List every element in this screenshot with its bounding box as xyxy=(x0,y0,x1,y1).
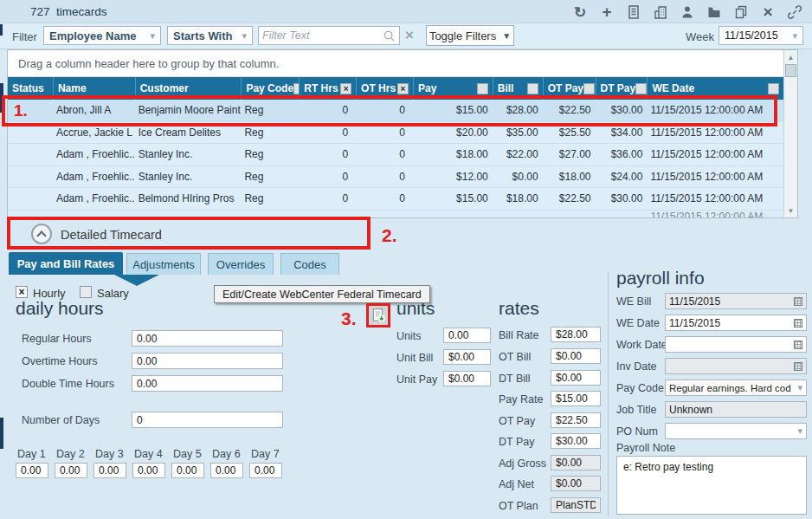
we-bill-field[interactable]: 11/15/2015 xyxy=(665,293,807,309)
number-of-days-input[interactable] xyxy=(132,412,283,428)
refresh-icon[interactable]: ↻ xyxy=(571,3,589,21)
payroll-note-label: Payroll Note xyxy=(616,442,675,454)
work-date-field[interactable] xyxy=(665,336,807,353)
cell-dt-pay: $34.00 xyxy=(596,127,648,139)
filter-field-value: Employee Name xyxy=(49,29,136,42)
group-by-bar[interactable]: Drag a column header here to group by th… xyxy=(8,50,783,77)
we-date-label: WE Date xyxy=(616,317,660,329)
filter-icon[interactable] xyxy=(583,83,595,94)
timecard-row[interactable]: Adam , Froehlic... Belmond HIring Pros R… xyxy=(8,188,783,211)
ot-plan-label: OT Plan xyxy=(499,500,538,512)
invoice-icon[interactable] xyxy=(625,3,642,21)
tab-overrides[interactable]: Overrides xyxy=(208,253,274,275)
overtime-hours-input[interactable] xyxy=(132,353,283,369)
employee-icon[interactable] xyxy=(679,3,696,21)
annotation-step-1: 1. xyxy=(14,101,28,120)
close-icon[interactable]: × xyxy=(759,3,777,21)
cell-ot-hrs: 0 xyxy=(356,192,413,204)
column-label: RT Hrs xyxy=(304,82,338,94)
ot-bill-input[interactable] xyxy=(551,348,601,364)
edge-accent xyxy=(0,418,3,449)
group-hint: Drag a column header here to group by th… xyxy=(18,57,279,70)
edit-webcenter-timecard-button[interactable] xyxy=(366,303,390,328)
day-3-input[interactable] xyxy=(93,463,126,478)
pay-rate-input[interactable] xyxy=(551,391,601,406)
pay-code-dropdown[interactable]: Regular earnings. Hard cod ▾ xyxy=(665,380,807,396)
calendar-icon[interactable] xyxy=(794,362,802,371)
tab-adjustments[interactable]: Adjustments xyxy=(126,253,201,275)
hourly-checkbox[interactable]: × xyxy=(16,286,28,298)
cell-rt-hrs: 0 xyxy=(299,148,356,160)
cell-rt-hrs: 0 xyxy=(299,171,356,183)
cell-name: Adam , Froehlic... xyxy=(53,148,135,160)
timecards-grid: Drag a column header here to group by th… xyxy=(7,49,798,218)
filter-text-input[interactable] xyxy=(262,29,383,42)
cell-rt-hrs: 0 xyxy=(299,127,356,139)
calendar-icon[interactable] xyxy=(794,319,802,328)
clear-filter-icon[interactable]: × xyxy=(397,83,409,94)
day-5-input[interactable] xyxy=(171,463,204,478)
app-window: 727 timecards ↻ + xyxy=(0,0,812,519)
day-4-input[interactable] xyxy=(132,463,165,478)
unit-bill-input[interactable] xyxy=(443,349,491,365)
day-1-input[interactable] xyxy=(16,463,48,478)
unit-pay-input[interactable] xyxy=(443,371,491,386)
pay-rate-label: Pay Rate xyxy=(499,393,543,405)
po-num-dropdown[interactable]: ▾ xyxy=(665,423,807,439)
clear-filter-icon[interactable]: × xyxy=(405,27,414,44)
pay-code-value: Regular earnings. Hard cod xyxy=(669,383,791,393)
we-date-field[interactable]: 11/15/2015 xyxy=(665,315,807,331)
link-icon[interactable] xyxy=(786,3,803,21)
filter-icon[interactable] xyxy=(635,83,647,94)
timecard-row[interactable]: Adam , Froehlic... Stanley Inc. Reg 0 0 … xyxy=(8,166,783,189)
filter-icon[interactable] xyxy=(477,83,488,94)
annotation-box-2 xyxy=(7,217,371,250)
toggle-filters-button[interactable]: Toggle Filters ▼ xyxy=(426,25,514,46)
scroll-down-icon[interactable]: ▼ xyxy=(784,204,797,217)
tab-pay-and-bill-rates[interactable]: Pay and Bill Rates xyxy=(9,252,123,275)
cell-we-date: 11/15/2015 12:00:00 AM xyxy=(647,171,783,183)
scroll-up-icon[interactable]: ▲ xyxy=(784,51,797,63)
dt-bill-input[interactable] xyxy=(551,370,601,386)
filter-icon[interactable] xyxy=(527,83,538,94)
cell-name: Adam , Froehlic... xyxy=(53,171,135,183)
cell-ot-hrs: 0 xyxy=(356,148,413,160)
units-input[interactable] xyxy=(443,328,491,343)
vertical-scrollbar[interactable]: ▲ ▼ xyxy=(783,50,797,217)
copy-documents-icon[interactable] xyxy=(732,3,750,21)
regular-hours-input[interactable] xyxy=(132,330,283,347)
ot-pay-input[interactable] xyxy=(551,412,601,428)
page-title-text: timecards xyxy=(56,5,107,18)
adj-gross-input xyxy=(551,455,601,470)
calendar-icon[interactable] xyxy=(794,341,802,349)
day-3-label: Day 3 xyxy=(95,448,124,460)
payroll-note-input[interactable]: e: Retro pay testing xyxy=(616,456,807,515)
clear-filter-icon[interactable]: × xyxy=(340,83,351,94)
add-icon[interactable]: + xyxy=(598,3,615,21)
filter-icon[interactable] xyxy=(768,83,779,94)
week-dropdown[interactable]: 11/15/2015 ▾ xyxy=(719,26,803,45)
day-7-input[interactable] xyxy=(249,463,282,478)
scrollbar-thumb[interactable] xyxy=(785,64,796,77)
double-time-hours-input[interactable] xyxy=(132,375,283,392)
cell-we-date: 11/15/2015 12:00:00 AM xyxy=(647,127,783,139)
cell-we-date: 11/15/2015 12:00:00 AM xyxy=(647,211,783,218)
unit-bill-label: Unit Bill xyxy=(396,352,433,364)
filter-operator-dropdown[interactable]: Starts With ▾ xyxy=(167,26,253,45)
inv-date-field[interactable] xyxy=(665,358,807,374)
bill-rate-input[interactable] xyxy=(551,327,601,342)
pay-code-label: Pay Code xyxy=(616,382,664,394)
folder-icon[interactable] xyxy=(706,3,723,21)
dt-pay-input[interactable] xyxy=(551,433,601,449)
calendar-icon[interactable] xyxy=(794,297,802,306)
company-icon[interactable] xyxy=(652,3,669,21)
salary-checkbox[interactable] xyxy=(80,286,92,298)
timecard-row[interactable]: Adam , Froehlic... Stanley Inc. Reg 0 0 … xyxy=(8,144,783,166)
regular-hours-label: Regular Hours xyxy=(22,333,92,345)
day-2-input[interactable] xyxy=(55,463,87,478)
cell-customer: Stanley Inc. xyxy=(135,148,242,160)
tab-codes[interactable]: Codes xyxy=(280,253,339,275)
filter-field-dropdown[interactable]: Employee Name ▾ xyxy=(43,26,161,45)
chevron-down-icon: ▾ xyxy=(792,30,797,42)
day-6-input[interactable] xyxy=(210,463,243,478)
